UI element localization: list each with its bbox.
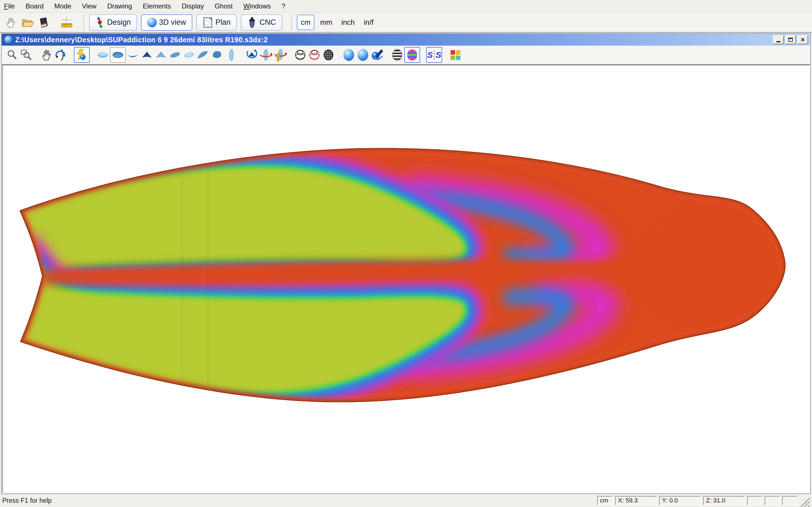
- pointer-tool-icon[interactable]: [3, 15, 19, 31]
- unit-inf-button[interactable]: in/f: [360, 15, 377, 30]
- view-perspective-3-icon[interactable]: [196, 47, 210, 63]
- view-perspective-1-icon[interactable]: [168, 47, 182, 63]
- display-curvature-icon[interactable]: [404, 47, 420, 63]
- rotate-z-tool-icon[interactable]: [245, 47, 259, 63]
- close-button[interactable]: ×: [797, 35, 808, 44]
- display-shaded-icon[interactable]: [342, 47, 356, 63]
- toolbar-separator: [291, 15, 292, 30]
- document-window: Z:\Users\dennery\Desktop\SUPaddiction 6 …: [1, 33, 811, 494]
- display-panels-icon[interactable]: [448, 47, 462, 63]
- status-z-coordinate: Z: 31.0: [703, 496, 745, 505]
- display-wireframe-icon[interactable]: [293, 47, 307, 63]
- menu-help[interactable]: ?: [282, 2, 285, 10]
- rotate-tool-icon[interactable]: [54, 47, 68, 63]
- document-title-bar[interactable]: Z:\Users\dennery\Desktop\SUPaddiction 6 …: [2, 34, 810, 46]
- zoom-tool-icon[interactable]: [5, 47, 19, 63]
- menu-file[interactable]: File: [4, 2, 15, 10]
- view-outline-icon[interactable]: [224, 47, 239, 63]
- resize-grip-icon[interactable]: [800, 497, 810, 507]
- cnc-icon: [247, 16, 257, 29]
- maximize-button[interactable]: [785, 35, 796, 44]
- view-top-icon[interactable]: [96, 47, 110, 63]
- plan-icon: [202, 16, 213, 29]
- flip-tool-icon[interactable]: [273, 47, 287, 63]
- minimize-button[interactable]: [773, 35, 784, 44]
- unit-inch-button[interactable]: inch: [338, 15, 358, 30]
- menu-bar: File Board Mode View Drawing Elements Di…: [0, 0, 812, 12]
- menu-drawing[interactable]: Drawing: [107, 2, 132, 10]
- menu-board[interactable]: Board: [26, 2, 44, 10]
- document-title: Z:\Users\dennery\Desktop\SUPaddiction 6 …: [15, 36, 773, 44]
- status-y-coordinate: Y: 0.0: [659, 496, 701, 505]
- zoom-window-tool-icon[interactable]: [19, 47, 33, 63]
- unit-mm-button[interactable]: mm: [317, 15, 336, 30]
- status-empty-panel: [782, 496, 797, 505]
- cnc-mode-button[interactable]: CNC: [241, 14, 282, 31]
- display-slices-icon[interactable]: [390, 47, 404, 63]
- view-back-icon[interactable]: [140, 47, 154, 63]
- display-symmetry-icon[interactable]: SS: [426, 47, 442, 63]
- menu-windows[interactable]: Windows: [243, 2, 271, 10]
- unit-cm-button[interactable]: cm: [297, 15, 315, 30]
- display-wireframe-red-icon[interactable]: [307, 47, 321, 63]
- application-window: File Board Mode View Drawing Elements Di…: [0, 0, 812, 507]
- pan-tool-icon[interactable]: [40, 47, 54, 63]
- svg-text:1 0: 1 0: [64, 25, 67, 27]
- board-render: [3, 65, 809, 492]
- menu-ghost[interactable]: Ghost: [214, 2, 233, 10]
- menu-mode[interactable]: Mode: [54, 2, 71, 10]
- measurements-icon[interactable]: 1 0: [59, 15, 75, 31]
- menu-display[interactable]: Display: [182, 2, 204, 10]
- display-mesh-icon[interactable]: [321, 47, 336, 63]
- canvas[interactable]: [2, 65, 810, 493]
- view-toolbar: SS: [2, 46, 810, 65]
- menu-view[interactable]: View: [82, 2, 97, 10]
- document-icon: [4, 36, 12, 44]
- save-file-icon[interactable]: [36, 15, 52, 31]
- 3d-view-mode-button[interactable]: 3D view: [141, 14, 192, 31]
- display-smooth-icon[interactable]: [356, 47, 370, 63]
- menu-elements[interactable]: Elements: [143, 2, 171, 10]
- render-tool-icon[interactable]: [74, 47, 90, 63]
- main-toolbar: 1 0 Design 3D view Plan CNC cm mm inch i…: [0, 12, 812, 33]
- design-mode-button[interactable]: Design: [89, 14, 137, 31]
- status-help-text: Press F1 for help: [2, 497, 595, 504]
- toolbar-separator: [84, 15, 84, 30]
- view-bottom-icon[interactable]: [110, 47, 126, 63]
- view-perspective-4-icon[interactable]: [210, 47, 224, 63]
- status-x-coordinate: X: 59.3: [615, 496, 657, 505]
- status-unit: cm: [597, 496, 613, 505]
- status-empty-panel: [747, 496, 762, 505]
- display-design-icon[interactable]: [370, 47, 384, 63]
- open-file-icon[interactable]: [19, 15, 36, 31]
- rotate-axis-tool-icon[interactable]: [259, 47, 273, 63]
- design-icon: [95, 16, 105, 29]
- view-perspective-2-icon[interactable]: [182, 47, 196, 63]
- status-bar: Press F1 for help cm X: 59.3 Y: 0.0 Z: 3…: [0, 494, 812, 507]
- view-side-icon[interactable]: [126, 47, 140, 63]
- plan-mode-button[interactable]: Plan: [196, 14, 237, 31]
- status-empty-panel: [765, 496, 780, 505]
- 3d-view-icon: [147, 18, 157, 27]
- view-front-icon[interactable]: [154, 47, 168, 63]
